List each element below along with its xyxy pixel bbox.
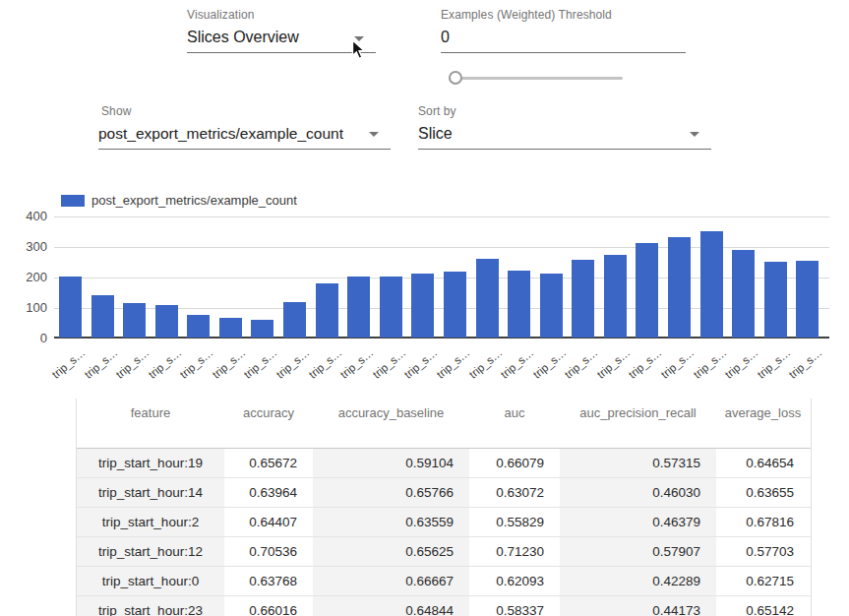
threshold-input[interactable]: 0 (441, 29, 686, 53)
tfma-slicing-metrics-view: Visualization Slices Overview Examples (… (0, 0, 849, 616)
bar-5[interactable] (219, 318, 242, 338)
cell-accuracy: 0.63964 (224, 478, 313, 507)
slider-handle[interactable] (449, 71, 462, 85)
table-row[interactable]: trip_start_hour:190.656720.591040.660790… (77, 448, 811, 477)
bar-18[interactable] (636, 243, 658, 338)
visualization-select[interactable]: Visualization Slices Overview (187, 8, 376, 53)
cell-average_loss: 0.62715 (716, 567, 810, 595)
table-header-row: featureaccuracyaccuracy_baselineaucauc_p… (77, 399, 811, 427)
legend-swatch (61, 195, 85, 207)
filter-cell-auc_precision_recall (560, 427, 716, 448)
bar-21[interactable] (732, 250, 755, 338)
cell-auc: 0.63072 (469, 478, 560, 507)
chevron-down-icon[interactable] (690, 132, 699, 137)
cell-accuracy_baseline: 0.63559 (313, 508, 469, 536)
slider-track[interactable] (449, 77, 623, 80)
cell-accuracy_baseline: 0.66667 (313, 567, 469, 595)
column-header-average_loss[interactable]: average_loss (716, 399, 810, 427)
y-tick-label: 100 (12, 300, 47, 315)
cell-feature: trip_start_hour:12 (77, 537, 224, 566)
visualization-label: Visualization (187, 8, 376, 22)
threshold-label: Examples (Weighted) Threshold (441, 8, 686, 22)
cell-accuracy: 0.63768 (224, 567, 313, 595)
bar-13[interactable] (476, 259, 499, 338)
cell-feature: trip_start_hour:19 (77, 449, 224, 477)
bar-12[interactable] (444, 272, 466, 338)
bar-6[interactable] (251, 320, 273, 338)
bar-9[interactable] (347, 277, 370, 338)
bar-3[interactable] (155, 305, 178, 338)
gridline (54, 216, 829, 217)
bar-2[interactable] (123, 303, 146, 338)
bar-20[interactable] (700, 231, 723, 338)
bar-16[interactable] (572, 260, 594, 338)
bar-10[interactable] (380, 277, 402, 338)
bar-1[interactable] (91, 295, 114, 338)
bar-14[interactable] (508, 271, 530, 338)
cell-average_loss: 0.65142 (716, 596, 810, 616)
table-row[interactable]: trip_start_hour:20.644070.635590.558290.… (77, 507, 811, 536)
column-header-accuracy[interactable]: accuracy (224, 399, 313, 427)
filter-cell-accuracy (224, 427, 313, 448)
threshold-slider[interactable] (449, 71, 623, 85)
cell-accuracy_baseline: 0.65766 (313, 478, 469, 507)
table-row[interactable]: trip_start_hour:00.637680.666670.620930.… (77, 566, 811, 595)
table-row[interactable]: trip_start_hour:140.639640.657660.630720… (77, 477, 811, 507)
bar-11[interactable] (411, 274, 434, 338)
cell-average_loss: 0.57703 (716, 537, 810, 566)
bar-8[interactable] (316, 283, 338, 338)
sort-by-select[interactable]: Sort by Slice (418, 104, 711, 150)
cell-auc: 0.55829 (469, 508, 560, 536)
y-tick-label: 400 (12, 209, 47, 223)
cell-auc: 0.58337 (469, 596, 560, 616)
show-select[interactable]: Show post_export_metrics/example_count (98, 104, 391, 150)
visualization-value[interactable]: Slices Overview (187, 29, 376, 53)
column-header-accuracy_baseline[interactable]: accuracy_baseline (313, 399, 469, 427)
column-header-auc_precision_recall[interactable]: auc_precision_recall (560, 399, 716, 427)
threshold-field[interactable]: Examples (Weighted) Threshold 0 (441, 8, 686, 53)
sort-by-label: Sort by (418, 104, 711, 118)
bar-15[interactable] (540, 274, 563, 338)
cell-auc_precision_recall: 0.57315 (560, 449, 716, 477)
cell-average_loss: 0.67816 (716, 508, 810, 536)
cell-accuracy: 0.66016 (224, 596, 313, 616)
filter-cell-accuracy_baseline (313, 427, 469, 448)
bar-0[interactable] (59, 277, 82, 338)
cell-accuracy_baseline: 0.59104 (313, 449, 469, 477)
cell-auc: 0.66079 (469, 449, 560, 477)
column-header-auc[interactable]: auc (469, 399, 560, 427)
column-header-feature[interactable]: feature (77, 399, 224, 427)
cell-average_loss: 0.64654 (716, 449, 810, 477)
chevron-down-icon[interactable] (369, 132, 379, 137)
sort-by-value[interactable]: Slice (418, 125, 711, 150)
bar-22[interactable] (764, 262, 787, 338)
filter-cell-average_loss (716, 427, 810, 448)
mouse-cursor-icon (351, 39, 367, 65)
bar-7[interactable] (283, 302, 306, 338)
filter-cell-auc (469, 427, 560, 448)
bar-4[interactable] (187, 315, 210, 338)
cell-auc_precision_recall: 0.46030 (560, 478, 716, 507)
cell-auc_precision_recall: 0.57907 (560, 537, 716, 566)
show-label: Show (101, 104, 391, 118)
table-filter-row (77, 427, 811, 448)
cell-auc: 0.62093 (469, 567, 560, 595)
cell-accuracy_baseline: 0.65625 (313, 537, 469, 566)
legend-label: post_export_metrics/example_count (91, 193, 297, 208)
metrics-table: featureaccuracyaccuracy_baselineaucauc_p… (76, 399, 812, 616)
table-row[interactable]: trip_start_hour:120.705360.656250.712300… (77, 536, 811, 566)
cell-feature: trip_start_hour:0 (77, 567, 224, 595)
filter-cell-feature (77, 427, 224, 448)
y-tick-label: 300 (12, 239, 47, 254)
bar-17[interactable] (604, 255, 627, 338)
cell-auc_precision_recall: 0.46379 (560, 508, 716, 536)
table-row[interactable]: trip_start_hour:230.660160.648440.583370… (77, 595, 811, 616)
show-value[interactable]: post_export_metrics/example_count (98, 125, 391, 150)
bar-19[interactable] (668, 237, 691, 338)
cell-accuracy: 0.64407 (224, 508, 313, 536)
cell-accuracy_baseline: 0.64844 (313, 596, 469, 616)
cell-accuracy: 0.65672 (224, 449, 313, 477)
bar-23[interactable] (796, 261, 819, 338)
y-tick-label: 0 (12, 331, 47, 345)
cell-auc_precision_recall: 0.44173 (560, 596, 716, 616)
